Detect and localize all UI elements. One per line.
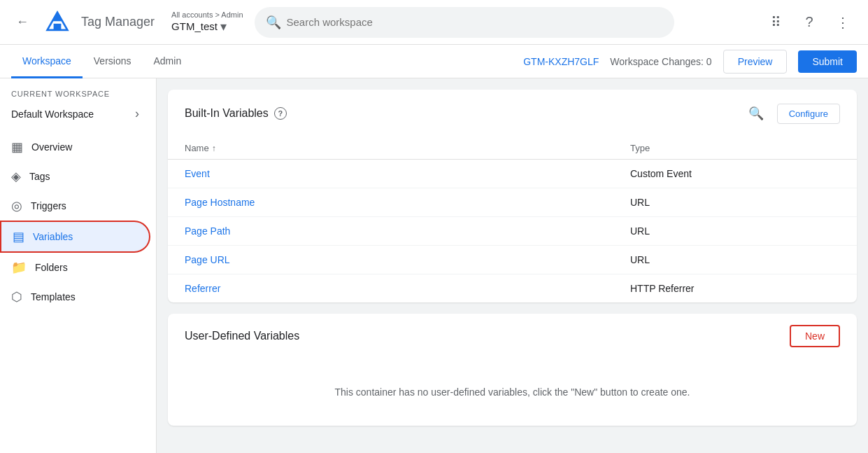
more-button[interactable]: ⋮ — [829, 8, 857, 36]
sidebar-item-tags[interactable]: ◈ Tags — [0, 162, 150, 191]
table-header: Name ↑ Type — [168, 137, 857, 160]
variable-type-referrer: HTTP Referrer — [630, 283, 840, 294]
user-defined-variables-actions: New — [790, 325, 840, 347]
chevron-right-icon: › — [135, 106, 139, 121]
user-defined-variables-title: User-Defined Variables — [185, 330, 299, 342]
preview-button[interactable]: Preview — [723, 50, 788, 74]
account-name: GTM_test ▾ — [171, 19, 243, 34]
header-actions: ⠿ ? ⋮ — [762, 8, 857, 36]
column-type-header: Type — [630, 143, 840, 153]
sidebar-item-folders[interactable]: 📁 Folders — [0, 253, 150, 282]
back-icon: ← — [16, 15, 29, 29]
sidebar-item-label-tags: Tags — [29, 171, 50, 182]
workspace-changes: Workspace Changes: 0 — [610, 56, 711, 67]
built-in-variables-card: Built-In Variables ? 🔍 Configure Name ↑ … — [168, 90, 857, 302]
variable-name-page-url[interactable]: Page URL — [185, 254, 630, 265]
apps-icon: ⠿ — [771, 14, 781, 31]
search-icon: 🔍 — [266, 15, 281, 30]
tab-versions[interactable]: Versions — [83, 45, 143, 78]
top-header: ← Tag Manager All accounts > Admin GTM_t… — [0, 0, 868, 45]
variable-name-referrer[interactable]: Referrer — [185, 283, 630, 294]
sidebar-item-triggers[interactable]: ◎ Triggers — [0, 191, 150, 221]
content-area: Built-In Variables ? 🔍 Configure Name ↑ … — [157, 78, 868, 453]
built-in-variables-header: Built-In Variables ? 🔍 Configure — [168, 90, 857, 137]
help-button[interactable]: ? — [795, 8, 823, 36]
table-row: Page Hostname URL — [168, 188, 857, 217]
user-defined-variables-card: User-Defined Variables New This containe… — [168, 314, 857, 426]
search-bar[interactable]: 🔍 — [255, 7, 674, 38]
search-input[interactable] — [287, 16, 663, 28]
empty-state-message: This container has no user-defined varia… — [335, 386, 690, 398]
search-variables-button[interactable]: 🔍 — [744, 101, 769, 126]
tab-admin[interactable]: Admin — [142, 45, 192, 78]
table-row: Page Path URL — [168, 217, 857, 246]
variable-type-page-path: URL — [630, 225, 840, 237]
table-row: Event Custom Event — [168, 160, 857, 188]
sidebar: CURRENT WORKSPACE Default Workspace › ▦ … — [0, 78, 157, 453]
variable-name-event[interactable]: Event — [185, 168, 630, 179]
workspace-selector[interactable]: Default Workspace › — [0, 101, 150, 127]
variables-icon: ▤ — [13, 229, 24, 244]
account-selector[interactable]: All accounts > Admin GTM_test ▾ — [171, 11, 243, 34]
help-icon: ? — [805, 14, 813, 30]
apps-button[interactable]: ⠿ — [762, 8, 790, 36]
empty-state: This container has no user-defined varia… — [168, 358, 857, 426]
more-icon: ⋮ — [836, 14, 850, 31]
built-in-variables-title-text: Built-In Variables — [185, 107, 269, 120]
tags-icon: ◈ — [11, 169, 21, 184]
sidebar-item-variables[interactable]: ▤ Variables — [0, 221, 150, 253]
variable-name-page-path[interactable]: Page Path — [185, 225, 630, 237]
sort-arrow-icon: ↑ — [212, 144, 216, 153]
search-icon: 🔍 — [748, 106, 764, 121]
templates-icon: ⬡ — [11, 289, 22, 305]
column-name-header: Name ↑ — [185, 143, 630, 153]
sidebar-item-label-templates: Templates — [31, 291, 76, 302]
sidebar-item-label-folders: Folders — [35, 262, 68, 273]
table-row: Referrer HTTP Referrer — [168, 274, 857, 302]
logo-icon — [45, 10, 70, 35]
variable-type-event: Custom Event — [630, 168, 840, 179]
main-layout: CURRENT WORKSPACE Default Workspace › ▦ … — [0, 78, 868, 453]
current-workspace-label: CURRENT WORKSPACE — [0, 78, 156, 101]
container-id[interactable]: GTM-KXZH7GLF — [523, 56, 599, 67]
sidebar-item-templates[interactable]: ⬡ Templates — [0, 282, 150, 312]
help-circle-icon[interactable]: ? — [274, 107, 287, 120]
variable-name-page-hostname[interactable]: Page Hostname — [185, 197, 630, 208]
app-name: Tag Manager — [81, 15, 155, 29]
overview-icon: ▦ — [11, 139, 23, 155]
variable-type-page-hostname: URL — [630, 197, 840, 208]
submit-button[interactable]: Submit — [798, 50, 857, 73]
built-in-variables-title: Built-In Variables ? — [185, 107, 287, 120]
tab-workspace[interactable]: Workspace — [11, 45, 83, 78]
built-in-variables-actions: 🔍 Configure — [744, 101, 840, 126]
sidebar-item-overview[interactable]: ▦ Overview — [0, 132, 150, 162]
user-defined-variables-title-text: User-Defined Variables — [185, 330, 299, 342]
user-defined-variables-header: User-Defined Variables New — [168, 314, 857, 358]
sidebar-item-label-overview: Overview — [31, 141, 72, 153]
variable-type-page-url: URL — [630, 254, 840, 265]
triggers-icon: ◎ — [11, 198, 22, 214]
configure-button[interactable]: Configure — [777, 104, 840, 124]
breadcrumb: All accounts > Admin — [171, 11, 243, 19]
svg-rect-3 — [54, 23, 62, 29]
sidebar-item-label-variables: Variables — [33, 231, 73, 242]
folders-icon: 📁 — [11, 260, 27, 275]
workspace-name: Default Workspace — [11, 109, 94, 120]
sidebar-item-label-triggers: Triggers — [31, 200, 66, 211]
nav-tabs: Workspace Versions Admin GTM-KXZH7GLF Wo… — [0, 45, 868, 78]
back-button[interactable]: ← — [11, 11, 34, 34]
dropdown-arrow-icon: ▾ — [220, 19, 227, 34]
nav-right: GTM-KXZH7GLF Workspace Changes: 0 Previe… — [523, 50, 857, 74]
sidebar-nav: ▦ Overview ◈ Tags ◎ Triggers ▤ Variables… — [0, 132, 156, 312]
new-variable-button[interactable]: New — [790, 325, 840, 347]
table-row: Page URL URL — [168, 246, 857, 274]
